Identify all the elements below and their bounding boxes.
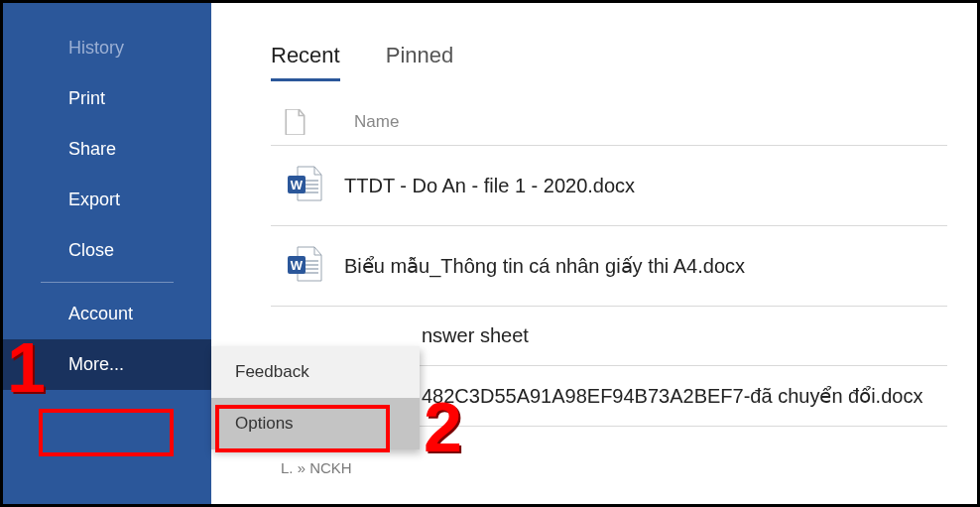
flyout-item-feedback[interactable]: Feedback [211,346,420,398]
sidebar-item-account[interactable]: Account [3,289,211,339]
column-name: Name [354,112,399,132]
sidebar-item-export[interactable]: Export [3,175,211,225]
sidebar-item-close[interactable]: Close [3,225,211,276]
backstage-sidebar: History Print Share Export Close Account… [3,3,211,504]
sidebar-item-history[interactable]: History [3,23,211,73]
sidebar-item-share[interactable]: Share [3,124,211,175]
svg-text:W: W [291,178,304,192]
file-sub-partial: L. » NCKH [281,459,352,476]
file-row[interactable]: W Biểu mẫu_Thông tin cá nhân giấy thi A4… [271,226,977,306]
file-row[interactable]: W TTDT - Do An - file 1 - 2020.docx [271,146,977,225]
file-name: nswer sheet [422,324,529,347]
more-flyout: Feedback Options [211,346,420,449]
tab-pinned[interactable]: Pinned [386,43,454,81]
sidebar-item-print[interactable]: Print [3,73,211,124]
svg-text:W: W [291,258,304,273]
flyout-item-options[interactable]: Options [211,398,420,449]
file-list-header: Name [271,109,977,145]
word-doc-icon: W [285,244,344,288]
recent-tabs: Recent Pinned [271,43,977,81]
file-icon [285,109,306,135]
sidebar-item-more[interactable]: More... [3,339,211,390]
tab-recent[interactable]: Recent [271,43,340,81]
sidebar-separator [41,282,174,283]
file-name: TTDT - Do An - file 1 - 2020.docx [344,175,635,197]
word-doc-icon: W [285,164,344,207]
file-name: 482C3D55A91A98EF94B73A2BEF7-đã chuyển đổ… [422,384,922,408]
file-name: Biểu mẫu_Thông tin cá nhân giấy thi A4.d… [344,254,745,278]
